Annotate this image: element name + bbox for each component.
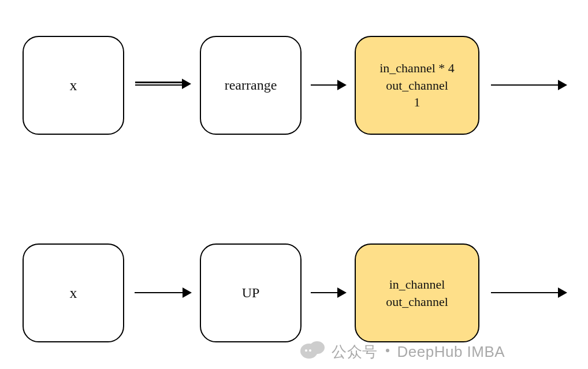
node-block-row1-line3: 1 — [414, 94, 420, 111]
watermark-label: 公众号 — [332, 342, 378, 362]
node-input-row2: x — [23, 243, 124, 342]
node-block-row2: in_channel out_channel — [355, 243, 479, 342]
node-op-row2-label: UP — [242, 283, 260, 302]
node-block-row2-line2: out_channel — [386, 293, 448, 311]
node-op-row1-label: rearrange — [225, 76, 277, 94]
node-op-row1: rearrange — [200, 36, 302, 135]
node-op-row2: UP — [200, 243, 302, 342]
watermark-brand: DeepHub IMBA — [397, 343, 505, 361]
wechat-icon — [300, 341, 326, 362]
separator-dot-icon — [386, 349, 389, 352]
node-block-row1-line2: out_channel — [386, 77, 448, 94]
node-block-row2-line1: in_channel — [389, 276, 445, 293]
watermark: 公众号 DeepHub IMBA — [300, 341, 505, 362]
diagram-canvas: x rearrange in_channel * 4 out_channel 1… — [0, 0, 588, 369]
node-input-row1: x — [23, 36, 124, 135]
node-input-row1-label: x — [70, 75, 77, 95]
node-input-row2-label: x — [70, 283, 77, 303]
node-block-row1: in_channel * 4 out_channel 1 — [355, 36, 479, 135]
node-block-row1-line1: in_channel * 4 — [379, 60, 455, 77]
